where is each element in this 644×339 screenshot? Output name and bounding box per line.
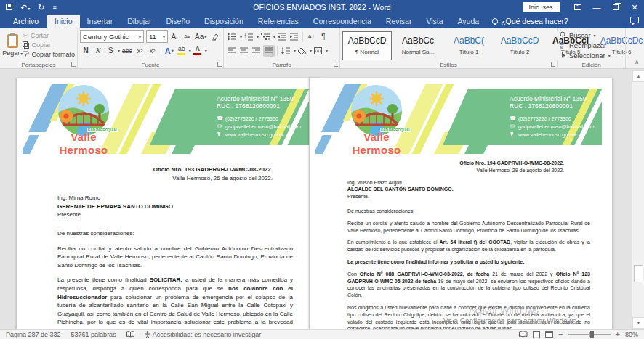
date-line: Valle Hermoso, 26 de agosto del 2022. <box>57 174 293 183</box>
copy-icon <box>23 41 29 49</box>
ribbon: Pegar▾ ✂Cortar Copiar Copiar formato Por… <box>0 28 644 69</box>
restore-button[interactable] <box>606 0 625 15</box>
font-color-button[interactable]: A <box>192 45 204 57</box>
document-area[interactable]: Acuerdo Ministerial N° 1359 RUC : 176812… <box>0 69 632 329</box>
tab-diseño[interactable]: Diseño <box>158 15 197 28</box>
scroll-up-icon[interactable]: ▲ <box>632 70 644 82</box>
align-left-icon <box>228 47 236 54</box>
sort-button[interactable]: A↓ <box>305 31 317 43</box>
tell-me-box[interactable]: ¿Qué desea hacer? <box>486 15 574 28</box>
cut-button[interactable]: ✂Cortar <box>23 30 75 40</box>
tab-inicio[interactable]: Inicio <box>47 15 80 28</box>
minimize-button[interactable]: — <box>587 0 606 15</box>
clear-formatting-button[interactable] <box>209 31 220 43</box>
highlight-button[interactable]: ab <box>176 45 188 57</box>
format-painter-button[interactable]: Copiar formato <box>23 50 75 60</box>
style-item[interactable]: AaBbCcD¶ Normal <box>342 31 392 60</box>
tab-archivo[interactable]: Archivo <box>4 15 47 28</box>
sign-in-button[interactable]: Inic. ses. <box>523 2 560 12</box>
redo-icon[interactable]: ↻ <box>38 4 44 12</box>
borders-button[interactable] <box>313 45 324 57</box>
style-item[interactable]: AaBbCcDTítulo 2 <box>495 31 544 60</box>
collapse-ribbon-icon[interactable]: ∧ <box>635 59 639 65</box>
numbering-button[interactable]: 12 <box>243 31 255 43</box>
undo-icon[interactable]: ↶▾ <box>20 4 30 12</box>
dialog-launcher-icon[interactable] <box>334 62 338 67</box>
show-marks-button[interactable]: ¶ <box>318 31 329 43</box>
copy-button[interactable]: Copiar <box>23 40 75 49</box>
print-layout-icon <box>533 331 540 338</box>
paste-button[interactable]: Pegar▾ <box>2 30 23 60</box>
select-button[interactable]: Seleccionar▾ <box>560 50 623 60</box>
letterhead-green-banner: Acuerdo Ministerial N° 1359 RUC : 176812… <box>443 89 602 145</box>
font-size-combo[interactable]: 11▾ <box>146 30 168 43</box>
font-name-combo[interactable]: Century Gothic▾ <box>80 30 144 43</box>
zoom-out-button[interactable]: − <box>558 330 563 338</box>
line-spacing-button[interactable] <box>280 45 292 57</box>
shading-button[interactable] <box>297 45 308 57</box>
subscript-button[interactable]: x2 <box>134 45 146 57</box>
grow-font-button[interactable]: A▴ <box>169 31 180 43</box>
tab-disposición[interactable]: Disposición <box>197 15 251 28</box>
ruc-number: RUC : 1768120600001 <box>510 102 594 110</box>
dialog-launcher-icon[interactable] <box>71 62 76 67</box>
italic-button[interactable]: K <box>92 45 104 57</box>
tab-revisar[interactable]: Revisar <box>379 15 419 28</box>
shrink-font-button[interactable]: A▾ <box>181 31 193 43</box>
dialog-launcher-icon[interactable] <box>217 62 222 67</box>
letter-paragraph: Con Oficio N° 088 GADPRVH-O-WMC-03-2022,… <box>347 271 590 299</box>
paragraph-group-label: Párrafo <box>224 62 339 68</box>
print-layout-button[interactable] <box>533 331 540 338</box>
text-effects-button[interactable]: A▾ <box>164 45 175 57</box>
document-page-right[interactable]: Acuerdo Ministerial N° 1359 RUC : 176812… <box>309 78 613 329</box>
zoom-slider[interactable] <box>568 334 611 335</box>
tab-ayuda[interactable]: Ayuda <box>451 15 487 28</box>
bold-button[interactable]: N <box>80 45 92 57</box>
page-indicator[interactable]: Página 287 de 332 <box>6 331 61 338</box>
document-page-left[interactable]: Acuerdo Ministerial N° 1359 RUC : 176812… <box>16 78 320 329</box>
tab-vista[interactable]: Vista <box>419 15 450 28</box>
word-count[interactable]: 53761 palabras <box>71 331 116 338</box>
multilevel-list-button[interactable] <box>259 31 272 43</box>
increase-indent-button[interactable] <box>289 31 300 43</box>
dialog-launcher-icon[interactable] <box>551 62 555 67</box>
qat-customize-icon[interactable]: ≡ <box>52 4 56 11</box>
scroll-down-icon[interactable]: ▼ <box>632 317 644 329</box>
tab-dibujar[interactable]: Dibujar <box>120 15 158 28</box>
zoom-level[interactable]: 80% <box>625 331 638 338</box>
accessibility-status[interactable]: Accesibilidad: es necesario investigar <box>145 331 262 338</box>
scrollbar-thumb[interactable] <box>634 265 643 282</box>
web-layout-button[interactable] <box>545 331 553 338</box>
tab-referencias[interactable]: Referencias <box>251 15 306 28</box>
tab-insertar[interactable]: Insertar <box>80 15 121 28</box>
style-item[interactable]: AaBbC(Título 1 <box>444 31 494 60</box>
email-address: gadprvallehermoso@hotmail.com <box>225 124 301 129</box>
read-mode-button[interactable] <box>519 331 528 338</box>
find-button[interactable]: Buscar▾ <box>560 30 623 40</box>
replace-button[interactable]: abac Reemplazar <box>560 40 623 50</box>
superscript-button[interactable]: x2 <box>147 45 158 57</box>
recipient-line: Presente <box>57 211 293 219</box>
decrease-indent-button[interactable] <box>276 31 288 43</box>
proofing-status[interactable] <box>126 331 134 338</box>
tab-correspondencia[interactable]: Correspondencia <box>306 15 379 28</box>
align-right-button[interactable] <box>251 45 262 57</box>
change-case-button[interactable]: Aa▾ <box>193 31 208 43</box>
style-item[interactable]: AaBbCcNormal Sa... <box>393 31 443 60</box>
vertical-scrollbar[interactable]: ▲ ▼ <box>632 70 644 329</box>
tell-me-label: ¿Qué desea hacer? <box>501 17 568 25</box>
svg-text:2: 2 <box>244 36 246 39</box>
ribbon-display-options-icon[interactable] <box>568 0 587 15</box>
feedback-icon[interactable] <box>630 17 639 23</box>
underline-button[interactable]: S <box>105 45 116 57</box>
strikethrough-button[interactable]: abc <box>121 45 134 57</box>
save-icon[interactable] <box>6 4 12 12</box>
zoom-in-button[interactable]: + <box>616 330 620 338</box>
bullets-button[interactable] <box>226 31 238 43</box>
text-segment: La presente tiene como finalidad informa… <box>347 259 525 264</box>
align-left-button[interactable] <box>226 45 238 57</box>
align-center-button[interactable] <box>238 45 250 57</box>
align-justify-button[interactable] <box>263 45 275 57</box>
close-button[interactable]: ✕ <box>625 0 644 15</box>
zoom-slider-thumb[interactable] <box>590 331 594 338</box>
